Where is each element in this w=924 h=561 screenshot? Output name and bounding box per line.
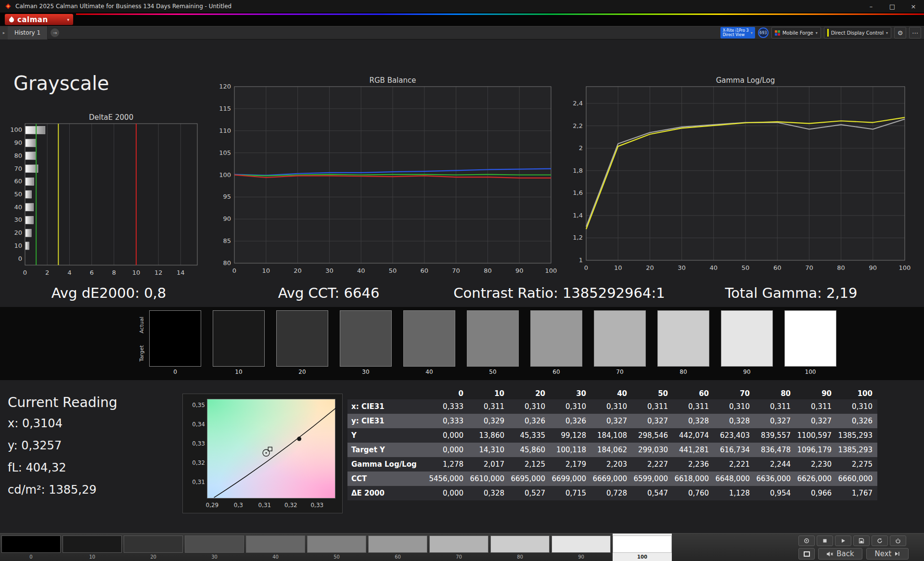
table-header-cell: 0 bbox=[427, 388, 468, 399]
table-cell: 0,326 bbox=[509, 414, 550, 428]
table-cell: 839,557 bbox=[755, 428, 796, 443]
swatch-level-label: 20 bbox=[276, 369, 328, 375]
svg-text:60: 60 bbox=[421, 267, 429, 274]
pattern-source-label: Mobile Forge bbox=[783, 30, 813, 36]
minimize-button[interactable]: – bbox=[860, 0, 882, 13]
table-header-row: 0102030405060708090100 bbox=[347, 388, 877, 399]
svg-text:50: 50 bbox=[742, 264, 750, 271]
maximize-button[interactable]: □ bbox=[882, 0, 903, 13]
next-button[interactable]: Next bbox=[866, 548, 909, 560]
table-cell: 299,030 bbox=[632, 443, 673, 457]
table-cell: 2,236 bbox=[673, 457, 714, 472]
test-patch-30[interactable]: 30 bbox=[185, 534, 244, 561]
pattern-window-button[interactable] bbox=[798, 548, 815, 560]
svg-text:30: 30 bbox=[325, 267, 334, 274]
test-patch-50[interactable]: 50 bbox=[307, 534, 366, 561]
svg-text:RGB Balance: RGB Balance bbox=[370, 76, 416, 85]
table-cell: 184,108 bbox=[591, 428, 632, 443]
test-patch-60[interactable]: 60 bbox=[368, 534, 427, 561]
svg-text:10: 10 bbox=[262, 267, 270, 274]
back-button[interactable]: Back bbox=[818, 548, 862, 560]
test-patch-90[interactable]: 90 bbox=[552, 534, 611, 561]
history-nav-button[interactable]: → bbox=[51, 28, 59, 37]
grayscale-swatch-70 bbox=[594, 310, 646, 367]
table-cell: 184,062 bbox=[591, 443, 632, 457]
svg-text:6: 6 bbox=[90, 269, 93, 276]
test-patch-0[interactable]: 0 bbox=[1, 534, 61, 561]
chevron-down-icon: ▾ bbox=[886, 31, 888, 35]
play-button[interactable] bbox=[835, 536, 851, 546]
refresh-icon bbox=[877, 538, 883, 544]
test-patch-100[interactable]: 100 bbox=[613, 534, 672, 561]
cie-x-tick: 0,31 bbox=[256, 502, 273, 509]
next-label: Next bbox=[875, 549, 892, 558]
swatch-level-label: 40 bbox=[403, 369, 455, 375]
close-button[interactable]: × bbox=[903, 0, 924, 13]
table-cell: 298,546 bbox=[632, 428, 673, 443]
table-cell: 0,328 bbox=[673, 414, 714, 428]
deltae-2000-chart: DeltaE 200002468101214100908070605040302… bbox=[0, 114, 212, 280]
table-row: x: CIE310,3330,3110,3100,3100,3100,3110,… bbox=[347, 399, 877, 414]
table-header-cell: 100 bbox=[836, 388, 877, 399]
patch-swatch bbox=[124, 536, 183, 553]
svg-text:14: 14 bbox=[177, 269, 185, 276]
test-patch-80[interactable]: 80 bbox=[490, 534, 550, 561]
power-button[interactable] bbox=[890, 536, 906, 546]
calman-logo-button[interactable]: calman ▾ bbox=[5, 14, 73, 25]
yellow-status-bar bbox=[827, 29, 829, 37]
stop-icon bbox=[822, 538, 828, 544]
svg-text:90: 90 bbox=[14, 139, 22, 146]
table-row-label: ΔE 2000 bbox=[347, 486, 427, 500]
svg-text:120: 120 bbox=[219, 83, 231, 90]
svg-text:50: 50 bbox=[14, 191, 22, 198]
table-cell: 0,311 bbox=[755, 399, 796, 414]
table-row: CCT5456,0006610,0006695,0006699,0006669,… bbox=[347, 472, 877, 486]
svg-text:50: 50 bbox=[389, 267, 397, 274]
svg-text:DeltaE 2000: DeltaE 2000 bbox=[89, 113, 133, 122]
measure-button[interactable] bbox=[798, 536, 815, 546]
avg-de2000-stat: Avg dE2000: 0,8 bbox=[51, 285, 167, 301]
table-header-cell: 70 bbox=[714, 388, 755, 399]
brand-name: calman bbox=[17, 15, 48, 24]
reading-cdm2: cd/m²: 1385,29 bbox=[8, 483, 96, 497]
svg-text:10: 10 bbox=[14, 242, 22, 249]
table-cell: 0,966 bbox=[796, 486, 836, 500]
test-patch-70[interactable]: 70 bbox=[429, 534, 488, 561]
table-cell: 0,728 bbox=[591, 486, 632, 500]
display-control-button[interactable]: Direct Display Control ▾ bbox=[824, 27, 891, 38]
table-row: y: CIE310,3330,3290,3260,3260,3270,3270,… bbox=[347, 414, 877, 428]
table-cell: 0,310 bbox=[836, 399, 877, 414]
svg-text:80: 80 bbox=[837, 264, 845, 271]
grayscale-swatch-80 bbox=[657, 310, 709, 367]
cie-y-tick: 0,35 bbox=[187, 402, 205, 408]
stop-button[interactable] bbox=[817, 536, 833, 546]
table-cell: 0,326 bbox=[550, 414, 591, 428]
grayscale-swatch-60 bbox=[530, 310, 582, 367]
test-patch-20[interactable]: 20 bbox=[124, 534, 183, 561]
save-button[interactable] bbox=[853, 536, 870, 546]
chevron-down-icon: ▾ bbox=[816, 31, 818, 35]
test-patch-10[interactable]: 10 bbox=[63, 534, 122, 561]
meter-count-badge[interactable]: 693 bbox=[758, 27, 769, 38]
refresh-button[interactable] bbox=[872, 536, 888, 546]
settings-button[interactable]: ⚙ bbox=[894, 27, 906, 38]
table-cell: 0,311 bbox=[796, 399, 836, 414]
meter-select-button[interactable]: X-Rite i1Pro 3 Direct View ▾ bbox=[720, 27, 755, 38]
swatch-level-label: 70 bbox=[594, 369, 646, 375]
svg-text:4: 4 bbox=[67, 269, 71, 276]
test-patch-40[interactable]: 40 bbox=[246, 534, 305, 561]
table-cell: 0,310 bbox=[714, 399, 755, 414]
svg-text:8: 8 bbox=[112, 269, 116, 276]
svg-text:0: 0 bbox=[23, 269, 27, 276]
save-icon bbox=[859, 538, 864, 544]
pattern-source-button[interactable]: Mobile Forge ▾ bbox=[771, 27, 821, 38]
svg-text:40: 40 bbox=[357, 267, 365, 274]
panel-toggle-button[interactable]: ⋯ bbox=[909, 27, 921, 38]
table-cell: 2,125 bbox=[509, 457, 550, 472]
table-cell: 0,311 bbox=[632, 399, 673, 414]
patch-level-label: 0 bbox=[1, 554, 61, 560]
table-row-label: Gamma Log/Log bbox=[347, 457, 427, 472]
table-cell: 2,275 bbox=[836, 457, 877, 472]
tab-history-1[interactable]: History 1 bbox=[8, 26, 48, 39]
expand-history-button[interactable]: ▸ bbox=[0, 26, 8, 39]
